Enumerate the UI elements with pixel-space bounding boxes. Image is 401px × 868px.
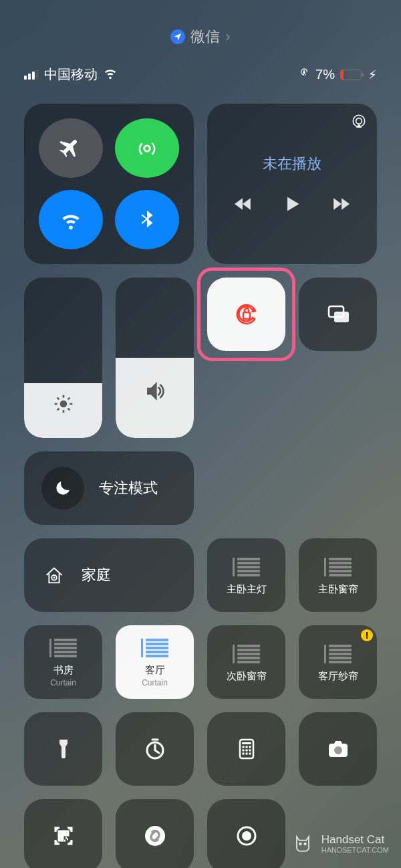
svg-point-21 bbox=[334, 746, 342, 754]
timer-button[interactable] bbox=[116, 712, 194, 786]
svg-point-1 bbox=[356, 118, 362, 124]
svg-rect-24 bbox=[59, 837, 63, 841]
blinds-icon bbox=[232, 555, 261, 579]
screen-mirroring-button[interactable] bbox=[299, 278, 377, 351]
bluetooth-button[interactable] bbox=[115, 190, 179, 249]
cellular-data-button[interactable] bbox=[115, 118, 179, 178]
blinds-icon bbox=[232, 642, 261, 666]
screen-record-button[interactable] bbox=[207, 799, 285, 868]
play-icon[interactable] bbox=[283, 194, 301, 214]
signal-icon bbox=[24, 70, 39, 80]
svg-point-5 bbox=[59, 401, 67, 408]
home-icon bbox=[41, 562, 67, 588]
svg-rect-2 bbox=[243, 312, 250, 319]
svg-rect-22 bbox=[59, 831, 63, 835]
moon-icon bbox=[41, 467, 84, 510]
camera-button[interactable] bbox=[299, 712, 377, 786]
svg-point-14 bbox=[245, 749, 248, 752]
svg-point-12 bbox=[249, 746, 251, 748]
focus-label: 专注模式 bbox=[99, 478, 158, 498]
qr-scan-button[interactable] bbox=[24, 799, 102, 868]
carrier-label: 中国移动 bbox=[44, 66, 98, 84]
svg-point-7 bbox=[53, 576, 55, 578]
tile-study-curtain[interactable]: 书房Curtain bbox=[24, 625, 102, 699]
charging-icon: ⚡︎ bbox=[368, 68, 377, 82]
chevron-right-icon: › bbox=[225, 28, 230, 45]
app-name: 微信 bbox=[190, 27, 220, 47]
forward-icon[interactable] bbox=[332, 197, 350, 211]
cat-icon bbox=[291, 832, 315, 856]
svg-point-29 bbox=[304, 843, 306, 845]
media-module[interactable]: 未在播放 bbox=[207, 104, 377, 264]
svg-point-11 bbox=[245, 746, 248, 748]
svg-point-17 bbox=[245, 752, 248, 755]
wifi-status-icon bbox=[103, 66, 118, 84]
wifi-button[interactable] bbox=[39, 190, 103, 249]
svg-point-27 bbox=[242, 831, 251, 841]
home-label: 家庭 bbox=[82, 565, 111, 585]
now-playing-title: 未在播放 bbox=[263, 154, 321, 174]
tile-living-curtain[interactable]: 客厅Curtain bbox=[116, 625, 194, 699]
tile-master-light[interactable]: 主卧主灯 bbox=[207, 538, 285, 612]
orientation-lock-status-icon bbox=[298, 67, 310, 82]
warning-badge: ! bbox=[361, 629, 373, 641]
battery-icon bbox=[340, 70, 362, 80]
orientation-lock-button[interactable] bbox=[207, 278, 285, 351]
watermark: Handset CatHANDSETCAT.COM bbox=[291, 832, 389, 856]
svg-point-10 bbox=[242, 746, 245, 748]
volume-slider[interactable] bbox=[116, 278, 194, 438]
blinds-icon bbox=[323, 642, 353, 666]
blinds-icon bbox=[323, 555, 353, 579]
brightness-slider[interactable] bbox=[24, 278, 102, 438]
shazam-button[interactable] bbox=[116, 799, 194, 868]
svg-rect-19 bbox=[242, 742, 251, 744]
tile-master-curtain[interactable]: 主卧窗帘 bbox=[299, 538, 377, 612]
tile-living-sheer[interactable]: ! 客厅纱帘 bbox=[299, 625, 377, 699]
location-icon bbox=[170, 29, 185, 44]
blinds-icon bbox=[140, 636, 170, 660]
airplay-icon[interactable] bbox=[350, 113, 368, 133]
home-button[interactable]: 家庭 bbox=[24, 538, 194, 612]
svg-rect-4 bbox=[334, 312, 349, 322]
svg-point-15 bbox=[249, 749, 251, 752]
brightness-icon bbox=[53, 393, 74, 415]
volume-icon bbox=[144, 381, 166, 402]
blinds-icon bbox=[49, 636, 78, 660]
svg-point-28 bbox=[299, 843, 301, 845]
focus-mode-button[interactable]: 专注模式 bbox=[24, 451, 194, 525]
calculator-button[interactable] bbox=[207, 712, 285, 786]
svg-point-13 bbox=[242, 749, 245, 752]
foreground-app-pill[interactable]: 微信 › bbox=[24, 27, 377, 47]
tile-second-curtain[interactable]: 次卧窗帘 bbox=[207, 625, 285, 699]
svg-point-18 bbox=[249, 752, 251, 755]
rewind-icon[interactable] bbox=[235, 197, 252, 211]
highlight-box bbox=[197, 267, 295, 361]
connectivity-module[interactable] bbox=[24, 104, 194, 264]
flashlight-button[interactable] bbox=[24, 712, 102, 786]
status-bar: 中国移动 7% ⚡︎ bbox=[24, 66, 377, 84]
airplane-mode-button[interactable] bbox=[39, 118, 103, 178]
svg-point-16 bbox=[242, 752, 245, 755]
svg-point-25 bbox=[145, 826, 165, 846]
battery-percent: 7% bbox=[315, 67, 335, 82]
svg-rect-23 bbox=[64, 831, 68, 835]
